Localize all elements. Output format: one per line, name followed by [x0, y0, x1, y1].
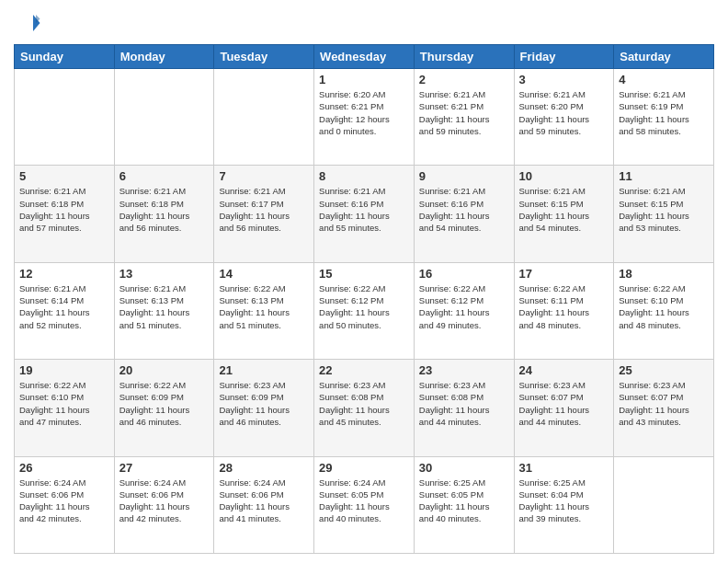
calendar-day-cell: 29Sunrise: 6:24 AM Sunset: 6:05 PM Dayli…: [314, 456, 415, 553]
calendar-week-row: 26Sunrise: 6:24 AM Sunset: 6:06 PM Dayli…: [15, 456, 714, 553]
day-number: 31: [519, 461, 609, 475]
calendar-day-cell: 30Sunrise: 6:25 AM Sunset: 6:05 PM Dayli…: [414, 456, 514, 553]
page: SundayMondayTuesdayWednesdayThursdayFrid…: [0, 0, 728, 563]
day-info: Sunrise: 6:23 AM Sunset: 6:07 PM Dayligh…: [519, 379, 609, 428]
calendar-day-cell: 27Sunrise: 6:24 AM Sunset: 6:06 PM Dayli…: [114, 456, 214, 553]
calendar-day-cell: [15, 69, 115, 166]
calendar-day-cell: 17Sunrise: 6:22 AM Sunset: 6:11 PM Dayli…: [514, 262, 614, 359]
day-info: Sunrise: 6:25 AM Sunset: 6:05 PM Dayligh…: [419, 477, 509, 525]
day-info: Sunrise: 6:24 AM Sunset: 6:06 PM Dayligh…: [119, 477, 210, 525]
day-info: Sunrise: 6:20 AM Sunset: 6:21 PM Dayligh…: [319, 88, 409, 137]
day-info: Sunrise: 6:21 AM Sunset: 6:18 PM Dayligh…: [19, 185, 109, 234]
calendar-day-cell: 31Sunrise: 6:25 AM Sunset: 6:04 PM Dayli…: [514, 456, 614, 553]
calendar-day-cell: 9Sunrise: 6:21 AM Sunset: 6:16 PM Daylig…: [414, 166, 514, 262]
day-number: 10: [519, 169, 609, 183]
day-info: Sunrise: 6:21 AM Sunset: 6:15 PM Dayligh…: [619, 185, 709, 234]
calendar-table: SundayMondayTuesdayWednesdayThursdayFrid…: [14, 44, 714, 554]
calendar-day-cell: 4Sunrise: 6:21 AM Sunset: 6:19 PM Daylig…: [614, 69, 714, 166]
calendar-day-cell: 6Sunrise: 6:21 AM Sunset: 6:18 PM Daylig…: [114, 166, 214, 262]
day-number: 11: [619, 169, 709, 183]
calendar-day-cell: 7Sunrise: 6:21 AM Sunset: 6:17 PM Daylig…: [214, 166, 314, 262]
day-number: 1: [319, 73, 409, 86]
day-info: Sunrise: 6:21 AM Sunset: 6:16 PM Dayligh…: [419, 185, 509, 234]
logo-icon: [14, 9, 41, 37]
day-number: 21: [219, 363, 309, 377]
day-info: Sunrise: 6:24 AM Sunset: 6:06 PM Dayligh…: [219, 477, 309, 525]
calendar-day-cell: 13Sunrise: 6:21 AM Sunset: 6:13 PM Dayli…: [114, 262, 214, 359]
day-info: Sunrise: 6:21 AM Sunset: 6:16 PM Dayligh…: [319, 185, 409, 234]
day-info: Sunrise: 6:22 AM Sunset: 6:10 PM Dayligh…: [19, 379, 109, 428]
day-number: 17: [519, 267, 609, 281]
day-info: Sunrise: 6:24 AM Sunset: 6:06 PM Dayligh…: [19, 477, 109, 525]
day-info: Sunrise: 6:24 AM Sunset: 6:05 PM Dayligh…: [319, 477, 409, 525]
day-number: 30: [419, 461, 509, 475]
day-number: 20: [119, 363, 210, 377]
day-number: 18: [619, 267, 709, 281]
day-number: 19: [19, 363, 109, 377]
day-info: Sunrise: 6:21 AM Sunset: 6:19 PM Dayligh…: [619, 88, 709, 137]
day-number: 29: [319, 461, 409, 475]
calendar-week-row: 5Sunrise: 6:21 AM Sunset: 6:18 PM Daylig…: [15, 166, 714, 262]
calendar-day-cell: 8Sunrise: 6:21 AM Sunset: 6:16 PM Daylig…: [314, 166, 415, 262]
calendar-day-header: Monday: [114, 45, 214, 69]
day-info: Sunrise: 6:22 AM Sunset: 6:09 PM Dayligh…: [119, 379, 210, 428]
day-info: Sunrise: 6:21 AM Sunset: 6:18 PM Dayligh…: [119, 185, 210, 234]
calendar-day-cell: [614, 456, 714, 553]
day-number: 13: [119, 267, 210, 281]
calendar-day-header: Sunday: [15, 45, 115, 69]
calendar-week-row: 12Sunrise: 6:21 AM Sunset: 6:14 PM Dayli…: [15, 262, 714, 359]
calendar-day-cell: 2Sunrise: 6:21 AM Sunset: 6:21 PM Daylig…: [414, 69, 514, 166]
day-number: 16: [419, 267, 509, 281]
day-info: Sunrise: 6:23 AM Sunset: 6:08 PM Dayligh…: [419, 379, 509, 428]
day-number: 4: [619, 73, 709, 86]
calendar-day-cell: 28Sunrise: 6:24 AM Sunset: 6:06 PM Dayli…: [214, 456, 314, 553]
day-info: Sunrise: 6:22 AM Sunset: 6:12 PM Dayligh…: [419, 282, 509, 331]
calendar-day-cell: 23Sunrise: 6:23 AM Sunset: 6:08 PM Dayli…: [414, 360, 514, 456]
calendar-day-cell: 19Sunrise: 6:22 AM Sunset: 6:10 PM Dayli…: [15, 360, 115, 456]
day-info: Sunrise: 6:22 AM Sunset: 6:12 PM Dayligh…: [319, 282, 409, 331]
day-info: Sunrise: 6:22 AM Sunset: 6:13 PM Dayligh…: [219, 282, 309, 331]
day-info: Sunrise: 6:23 AM Sunset: 6:08 PM Dayligh…: [319, 379, 409, 428]
calendar-day-cell: 5Sunrise: 6:21 AM Sunset: 6:18 PM Daylig…: [15, 166, 115, 262]
day-info: Sunrise: 6:22 AM Sunset: 6:10 PM Dayligh…: [619, 282, 709, 331]
day-number: 14: [219, 267, 309, 281]
calendar-day-header: Thursday: [414, 45, 514, 69]
calendar-day-cell: 16Sunrise: 6:22 AM Sunset: 6:12 PM Dayli…: [414, 262, 514, 359]
calendar-day-cell: 1Sunrise: 6:20 AM Sunset: 6:21 PM Daylig…: [314, 69, 415, 166]
calendar-day-cell: 14Sunrise: 6:22 AM Sunset: 6:13 PM Dayli…: [214, 262, 314, 359]
logo: [14, 9, 45, 37]
calendar-day-cell: [114, 69, 214, 166]
day-info: Sunrise: 6:21 AM Sunset: 6:15 PM Dayligh…: [519, 185, 609, 234]
header: [14, 9, 714, 37]
calendar-day-cell: 20Sunrise: 6:22 AM Sunset: 6:09 PM Dayli…: [114, 360, 214, 456]
day-info: Sunrise: 6:23 AM Sunset: 6:09 PM Dayligh…: [219, 379, 309, 428]
calendar-day-cell: 3Sunrise: 6:21 AM Sunset: 6:20 PM Daylig…: [514, 69, 614, 166]
day-info: Sunrise: 6:21 AM Sunset: 6:14 PM Dayligh…: [19, 282, 109, 331]
calendar-week-row: 1Sunrise: 6:20 AM Sunset: 6:21 PM Daylig…: [15, 69, 714, 166]
day-number: 12: [19, 267, 109, 281]
calendar-day-header: Friday: [514, 45, 614, 69]
calendar-day-header: Tuesday: [214, 45, 314, 69]
calendar-day-cell: 15Sunrise: 6:22 AM Sunset: 6:12 PM Dayli…: [314, 262, 415, 359]
day-number: 22: [319, 363, 409, 377]
calendar-day-cell: 18Sunrise: 6:22 AM Sunset: 6:10 PM Dayli…: [614, 262, 714, 359]
day-info: Sunrise: 6:21 AM Sunset: 6:13 PM Dayligh…: [119, 282, 210, 331]
day-number: 26: [19, 461, 109, 475]
day-number: 2: [419, 73, 509, 86]
day-number: 5: [19, 169, 109, 183]
calendar-day-cell: 26Sunrise: 6:24 AM Sunset: 6:06 PM Dayli…: [15, 456, 115, 553]
calendar-day-header: Wednesday: [314, 45, 415, 69]
day-number: 6: [119, 169, 210, 183]
day-number: 23: [419, 363, 509, 377]
calendar-header-row: SundayMondayTuesdayWednesdayThursdayFrid…: [15, 45, 714, 69]
day-info: Sunrise: 6:21 AM Sunset: 6:20 PM Dayligh…: [519, 88, 609, 137]
calendar-day-cell: [214, 69, 314, 166]
day-info: Sunrise: 6:23 AM Sunset: 6:07 PM Dayligh…: [619, 379, 709, 428]
calendar-day-cell: 24Sunrise: 6:23 AM Sunset: 6:07 PM Dayli…: [514, 360, 614, 456]
calendar-day-cell: 10Sunrise: 6:21 AM Sunset: 6:15 PM Dayli…: [514, 166, 614, 262]
day-number: 15: [319, 267, 409, 281]
day-number: 28: [219, 461, 309, 475]
day-info: Sunrise: 6:21 AM Sunset: 6:21 PM Dayligh…: [419, 88, 509, 137]
day-info: Sunrise: 6:21 AM Sunset: 6:17 PM Dayligh…: [219, 185, 309, 234]
day-number: 27: [119, 461, 210, 475]
